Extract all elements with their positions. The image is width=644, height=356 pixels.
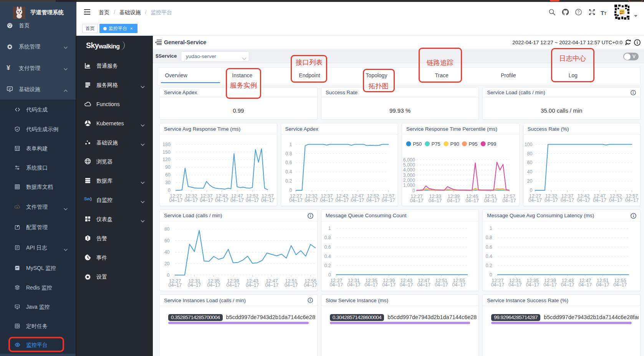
- svg-text:04–17: 04–17: [329, 282, 343, 288]
- svg-text:0.6: 0.6: [324, 245, 331, 250]
- svg-text:30: 30: [165, 180, 171, 185]
- svg-text:04–17: 04–17: [579, 282, 592, 288]
- svg-text:04–17: 04–17: [609, 198, 622, 203]
- svg-text:04–17: 04–17: [200, 198, 213, 203]
- svg-text:04–17: 04–17: [305, 198, 318, 203]
- svg-text:04–17: 04–17: [465, 198, 479, 203]
- svg-text:04–17: 04–17: [491, 282, 505, 288]
- svg-text:0.4: 0.4: [285, 169, 292, 175]
- svg-text:04–17: 04–17: [528, 198, 542, 203]
- svg-text:1: 1: [490, 226, 492, 231]
- svg-text:04–17: 04–17: [364, 282, 378, 288]
- svg-text:04–17: 04–17: [410, 198, 424, 203]
- svg-text:04–17: 04–17: [347, 282, 361, 288]
- svg-text:6,000: 6,000: [403, 157, 415, 163]
- svg-text:60: 60: [527, 160, 532, 165]
- svg-text:0: 0: [490, 272, 492, 278]
- svg-text:0.8: 0.8: [285, 151, 292, 156]
- svg-text:04–17: 04–17: [246, 198, 259, 203]
- svg-text:0.6: 0.6: [486, 245, 492, 250]
- svg-text:60: 60: [164, 238, 170, 243]
- svg-text:04–17: 04–17: [429, 198, 442, 203]
- svg-text:20: 20: [527, 178, 532, 184]
- svg-text:P50: P50: [413, 141, 422, 147]
- svg-text:80: 80: [164, 226, 170, 232]
- svg-text:04–17: 04–17: [335, 198, 349, 203]
- svg-text:04–17: 04–17: [169, 198, 183, 203]
- svg-text:40: 40: [164, 250, 170, 255]
- svg-text:40: 40: [527, 169, 532, 175]
- svg-text:1,000: 1,000: [403, 183, 415, 188]
- svg-text:04–17: 04–17: [625, 198, 639, 203]
- svg-text:04–17: 04–17: [447, 198, 460, 203]
- svg-text:04–17: 04–17: [227, 283, 240, 288]
- svg-text:150: 150: [162, 150, 171, 155]
- svg-text:04–17: 04–17: [577, 198, 590, 203]
- svg-text:1: 1: [289, 142, 292, 147]
- svg-text:04–17: 04–17: [261, 198, 275, 203]
- svg-text:04–17: 04–17: [503, 198, 516, 203]
- svg-text:5,000: 5,000: [403, 162, 415, 168]
- svg-text:04–17: 04–17: [545, 198, 558, 203]
- svg-text:04–17: 04–17: [508, 282, 522, 288]
- svg-text:0: 0: [328, 272, 331, 278]
- svg-text:04–17: 04–17: [207, 283, 220, 288]
- svg-text:04–17: 04–17: [417, 282, 430, 288]
- svg-text:80: 80: [527, 151, 532, 156]
- svg-text:90: 90: [165, 165, 171, 170]
- svg-text:0.8: 0.8: [486, 235, 492, 240]
- svg-text:04–17: 04–17: [452, 282, 465, 288]
- svg-text:04–17: 04–17: [184, 198, 198, 203]
- svg-text:04–17: 04–17: [400, 282, 413, 288]
- svg-text:04–17: 04–17: [382, 198, 395, 203]
- svg-text:0: 0: [168, 188, 171, 193]
- svg-text:0.2: 0.2: [324, 263, 331, 268]
- svg-text:1: 1: [328, 226, 331, 231]
- svg-text:P95: P95: [469, 141, 477, 147]
- svg-text:04–17: 04–17: [320, 198, 333, 203]
- svg-text:04–17: 04–17: [351, 198, 364, 203]
- svg-text:2,000: 2,000: [403, 178, 415, 183]
- svg-text:100: 100: [524, 142, 532, 147]
- svg-text:04–17: 04–17: [168, 283, 182, 288]
- svg-text:0: 0: [289, 188, 292, 193]
- svg-text:04–17: 04–17: [265, 283, 278, 288]
- svg-text:0: 0: [530, 188, 532, 193]
- svg-text:04–17: 04–17: [435, 282, 448, 288]
- svg-text:04–17: 04–17: [246, 283, 259, 288]
- svg-text:0.8: 0.8: [324, 235, 331, 240]
- svg-text:0.4: 0.4: [324, 254, 331, 259]
- svg-text:04–17: 04–17: [366, 198, 379, 203]
- svg-text:04–17: 04–17: [614, 282, 627, 288]
- svg-text:04–17: 04–17: [289, 198, 303, 203]
- svg-text:04–17: 04–17: [304, 283, 317, 288]
- svg-text:20: 20: [164, 261, 170, 266]
- svg-text:180: 180: [162, 142, 171, 147]
- svg-text:0.2: 0.2: [486, 263, 492, 268]
- svg-text:04–17: 04–17: [593, 198, 606, 203]
- svg-text:04–17: 04–17: [382, 282, 396, 288]
- svg-text:04–17: 04–17: [596, 282, 609, 288]
- svg-text:04–17: 04–17: [561, 282, 574, 288]
- svg-text:0.2: 0.2: [285, 178, 292, 184]
- svg-text:0.4: 0.4: [486, 254, 492, 259]
- svg-text:P90: P90: [450, 141, 459, 147]
- svg-text:3,000: 3,000: [403, 173, 415, 178]
- svg-text:P75: P75: [432, 141, 440, 147]
- svg-text:04–17: 04–17: [188, 283, 201, 288]
- svg-text:P99: P99: [487, 141, 496, 147]
- svg-text:0: 0: [167, 273, 170, 278]
- svg-text:120: 120: [162, 157, 171, 162]
- svg-text:04–17: 04–17: [285, 283, 298, 288]
- svg-text:?: ?: [578, 10, 580, 14]
- svg-text:60: 60: [165, 172, 171, 178]
- svg-text:04–17: 04–17: [215, 198, 228, 203]
- svg-text:04–17: 04–17: [544, 282, 557, 288]
- svg-text:04–17: 04–17: [230, 198, 244, 203]
- svg-text:0: 0: [412, 188, 415, 193]
- svg-text:0.6: 0.6: [285, 160, 292, 165]
- svg-text:04–17: 04–17: [561, 198, 574, 203]
- svg-text:04–17: 04–17: [484, 198, 497, 203]
- svg-text:04–17: 04–17: [526, 282, 540, 288]
- svg-text:4,000: 4,000: [403, 167, 415, 173]
